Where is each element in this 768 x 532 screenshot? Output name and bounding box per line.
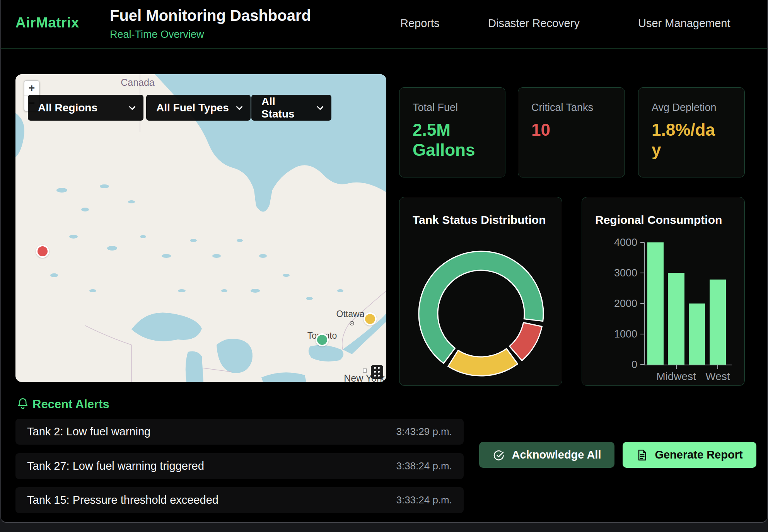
tank-marker-warning[interactable] [364,312,377,326]
nav-item-reports[interactable]: Reports [400,17,440,30]
map-label-ottawa: Ottawa [336,309,365,319]
stat-label: Critical Tanks [531,102,625,114]
recent-alerts-heading: Recent Alerts [32,397,109,411]
alert-row[interactable]: Tank 27: Low fuel warning triggered 3:38… [15,453,464,479]
y-axis-tick [640,334,644,334]
consumption-bar [647,242,664,365]
chevron-down-icon [129,106,136,110]
y-axis-tick-label: 0 [595,359,637,371]
acknowledge-all-button[interactable]: Acknowledge All [479,442,614,468]
status-filter-dropdown[interactable]: All Status [251,95,331,121]
y-axis-tick-label: 4000 [595,237,637,249]
stat-label: Avg Depletion [652,102,744,114]
y-axis-tick-label: 1000 [595,328,637,340]
generate-report-button[interactable]: Generate Report [623,442,756,468]
stat-card-avg-depletion: Avg Depletion 1.8%/day [638,87,745,177]
alert-timestamp: 3:33:24 p.m. [396,494,452,506]
stat-value: 1.8%/day [652,120,723,160]
tank-status-card: Tank Status Distribution [399,197,562,386]
alert-message: Tank 15: Pressure threshold exceeded [27,494,218,506]
x-axis-tick [717,365,718,369]
stat-label: Total Fuel [413,102,505,114]
header: AirMatrix Fuel Monitoring Dashboard Real… [1,0,767,49]
alert-timestamp: 3:43:29 p.m. [396,426,452,438]
newyork-city-square [363,369,367,372]
y-axis-tick-label: 2000 [595,298,637,310]
generate-report-label: Generate Report [655,448,742,461]
chart-title: Tank Status Distribution [413,213,546,227]
map-filter-bar: All Regions All Fuel Types All Status [15,95,386,121]
stat-value: 10 [531,120,603,140]
drag-handle-icon[interactable] [371,365,383,379]
region-filter-dropdown[interactable]: All Regions [28,95,143,121]
status-filter-value: All Status [261,95,311,120]
fuel-type-filter-value: All Fuel Types [156,102,229,114]
donut-segment [509,322,542,360]
region-filter-value: All Regions [38,102,97,114]
x-axis-tick [676,365,677,369]
y-axis-tick [640,242,644,243]
zoom-in-button[interactable]: + [24,81,39,96]
app-window: AirMatrix Fuel Monitoring Dashboard Real… [0,0,768,523]
alert-message: Tank 27: Low fuel warning triggered [27,460,204,472]
alert-row[interactable]: Tank 15: Pressure threshold exceeded 3:3… [15,487,464,513]
nav-item-disaster-recovery[interactable]: Disaster Recovery [488,17,580,30]
check-circle-icon [493,449,505,461]
acknowledge-all-label: Acknowledge All [512,448,601,461]
main-nav: Reports Disaster Recovery User Managemen… [1,0,767,48]
fuel-type-filter-dropdown[interactable]: All Fuel Types [146,95,251,121]
tank-marker-normal[interactable] [316,333,329,346]
alert-message: Tank 2: Low fuel warning [27,425,150,438]
report-file-icon [636,449,648,461]
stat-card-critical-tanks: Critical Tanks 10 [518,87,625,177]
x-axis-tick-label: Midwest [656,370,696,383]
consumption-bar [668,273,684,365]
stat-card-total-fuel: Total Fuel 2.5M Gallons [399,87,505,177]
donut-segment [448,349,518,376]
y-axis-tick [640,303,644,304]
y-axis-tick-label: 3000 [595,267,637,279]
map-label-canada: Canada [121,77,155,88]
stat-value: 2.5M Gallons [413,120,484,160]
consumption-bar [710,280,726,365]
nav-item-user-management[interactable]: User Management [638,17,730,30]
x-axis-tick-label: West [705,370,730,383]
map-panel[interactable]: Canada Ottawa Toronto New York + − All R… [15,74,386,382]
chevron-down-icon [236,106,243,110]
tank-marker-critical[interactable] [36,245,49,258]
alert-row[interactable]: Tank 2: Low fuel warning 3:43:29 p.m. [15,419,464,445]
y-axis [644,242,645,365]
regional-consumption-card: Regional Consumption 01000200030004000Mi… [582,197,745,386]
consumption-bar [689,304,705,365]
y-axis-tick [640,364,644,365]
bell-icon [16,397,29,411]
chevron-down-icon [317,106,324,110]
y-axis-tick [640,273,644,273]
regional-consumption-bar-chart: 01000200030004000MidwestWest [582,197,745,386]
x-axis [644,365,732,365]
alert-timestamp: 3:38:24 p.m. [396,460,452,472]
